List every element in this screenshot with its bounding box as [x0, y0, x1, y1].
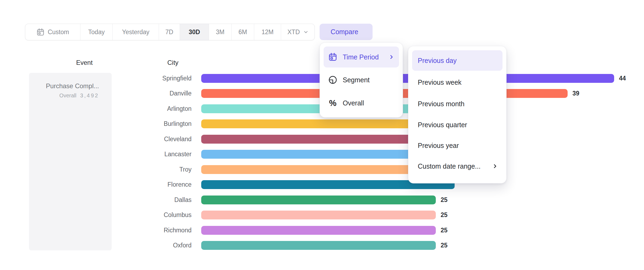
chevron-right-icon	[492, 164, 498, 169]
submenu-item-previous-month[interactable]: Previous month	[412, 96, 503, 112]
city-label-columbus: Columbus	[108, 211, 192, 219]
overall-label: Overall	[59, 93, 76, 98]
calendar-icon	[328, 52, 337, 62]
menu-item-label: Time Period	[343, 53, 379, 61]
bar-value-danville: 39	[572, 89, 579, 98]
submenu-item-label: Custom date range...	[418, 162, 480, 170]
date-range-button-label: Custom	[48, 29, 69, 36]
submenu-item-custom-date-range[interactable]: Custom date range...	[412, 158, 503, 174]
city-label-danville: Danville	[108, 89, 192, 98]
bar-value-oxford: 25	[441, 241, 448, 250]
date-range-button-label: 3M	[216, 29, 225, 36]
event-name: Purchase Compl...	[29, 82, 99, 90]
city-label-arlington: Arlington	[108, 104, 192, 113]
submenu-item-label: Previous month	[418, 100, 465, 108]
city-label-springfield: Springfield	[108, 74, 192, 83]
date-range-30d-button[interactable]: 30D	[180, 24, 209, 40]
date-range-button-label: XTD	[288, 29, 300, 36]
overall-value: 3,492	[80, 93, 99, 98]
chevron-right-icon	[389, 54, 394, 60]
city-bar-columbus[interactable]	[201, 211, 436, 219]
city-bar-dallas[interactable]	[201, 196, 436, 204]
city-label-oxford: Oxford	[108, 241, 192, 250]
submenu-item-label: Previous day	[418, 57, 457, 65]
submenu-item-previous-week[interactable]: Previous week	[412, 74, 503, 90]
submenu-item-label: Previous quarter	[418, 121, 467, 129]
date-range-toolbar: CustomTodayYesterday7D30D3M6M12MXTD	[25, 24, 315, 40]
city-label-richmond: Richmond	[108, 226, 192, 235]
event-column-label: Event	[76, 59, 93, 66]
submenu-item-previous-day[interactable]: Previous day	[412, 52, 503, 69]
date-range-xtd-button[interactable]: XTD	[281, 24, 314, 40]
bar-value-columbus: 25	[441, 211, 448, 219]
city-label-dallas: Dallas	[108, 196, 192, 204]
date-range-button-label: 6M	[239, 29, 247, 36]
date-range-today-button[interactable]: Today	[80, 24, 113, 40]
date-range-button-label: Yesterday	[122, 29, 149, 36]
calendar-icon	[36, 28, 45, 36]
event-column-header[interactable]: Event	[76, 58, 95, 67]
city-bar-springfield[interactable]	[201, 74, 614, 83]
date-range-button-label: 30D	[189, 29, 200, 36]
compare-button[interactable]: Compare	[320, 24, 373, 40]
date-range-6m-button[interactable]: 6M	[232, 24, 254, 40]
date-range-custom-button[interactable]: Custom	[25, 24, 80, 40]
date-range-button-label: 12M	[261, 29, 274, 36]
submenu-item-previous-year[interactable]: Previous year	[412, 137, 503, 154]
submenu-item-label: Previous week	[418, 79, 462, 86]
menu-item-segment[interactable]: Segment	[324, 72, 399, 88]
menu-item-overall[interactable]: %Overall	[324, 95, 399, 111]
city-bar-oxford[interactable]	[201, 241, 436, 250]
submenu-item-label: Previous year	[418, 142, 459, 150]
submenu-item-previous-quarter[interactable]: Previous quarter	[412, 117, 503, 133]
event-list-item[interactable]: Purchase Compl... Overall3,492	[29, 82, 99, 99]
date-range-button-label: Today	[88, 29, 105, 36]
date-range-yesterday-button[interactable]: Yesterday	[113, 24, 159, 40]
compare-menu: Time PeriodSegment%Overall	[320, 42, 403, 118]
time-period-submenu: Previous dayPrevious weekPrevious monthP…	[408, 46, 507, 183]
date-range-12m-button[interactable]: 12M	[254, 24, 281, 40]
bar-value-springfield: 44	[619, 74, 626, 83]
city-column-label: City	[167, 59, 178, 66]
chevron-down-icon	[303, 30, 308, 34]
bar-value-richmond: 25	[441, 226, 448, 235]
menu-item-label: Overall	[343, 99, 364, 107]
menu-item-time-period[interactable]: Time Period	[324, 49, 399, 65]
city-label-lancaster: Lancaster	[108, 150, 192, 159]
compare-button-label: Compare	[331, 28, 358, 36]
analytics-report-page: CustomTodayYesterday7D30D3M6M12MXTD Comp…	[0, 0, 644, 270]
menu-item-label: Segment	[343, 76, 370, 84]
city-label-cleveland: Cleveland	[108, 135, 192, 144]
bar-value-dallas: 25	[441, 196, 448, 204]
percent-icon: %	[328, 99, 337, 107]
event-overall-row: Overall3,492	[29, 93, 99, 99]
city-label-florence: Florence	[108, 180, 192, 189]
city-bar-richmond[interactable]	[201, 226, 436, 235]
segment-icon	[328, 75, 337, 84]
date-range-3m-button[interactable]: 3M	[209, 24, 232, 40]
city-column-header[interactable]: City	[167, 58, 181, 67]
date-range-7d-button[interactable]: 7D	[159, 24, 180, 40]
city-label-troy: Troy	[108, 165, 192, 174]
city-label-burlington: Burlington	[108, 119, 192, 128]
date-range-button-label: 7D	[165, 29, 173, 36]
event-panel: Purchase Compl... Overall3,492	[29, 73, 112, 250]
